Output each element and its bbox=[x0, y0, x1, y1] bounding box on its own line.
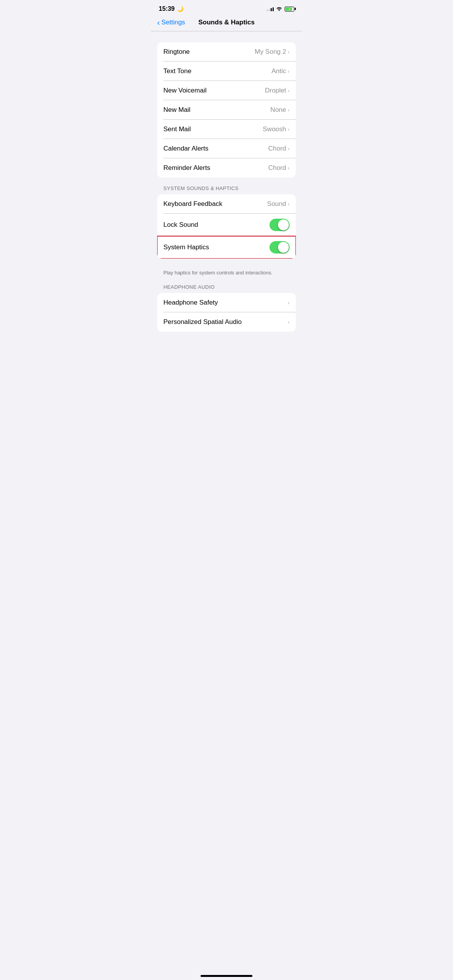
headphone-safety-row[interactable]: Headphone Safety › bbox=[157, 293, 296, 312]
system-haptics-footer: Play haptics for system controls and int… bbox=[157, 266, 296, 283]
status-bar: 15:39 🌙 ⚡ bbox=[151, 0, 302, 15]
headphone-safety-chevron: › bbox=[288, 299, 290, 306]
page-title: Sounds & Haptics bbox=[157, 19, 296, 26]
wifi-icon bbox=[276, 6, 282, 12]
new-voicemail-row[interactable]: New Voicemail Droplet › bbox=[157, 81, 296, 100]
status-right: ⚡ bbox=[267, 6, 294, 12]
sent-mail-value: Swoosh bbox=[263, 125, 286, 133]
lock-sound-label: Lock Sound bbox=[163, 221, 198, 229]
new-voicemail-right: Droplet › bbox=[265, 87, 290, 94]
calendar-alerts-label: Calendar Alerts bbox=[163, 145, 208, 152]
reminder-alerts-chevron: › bbox=[288, 164, 290, 171]
headphone-audio-header: HEADPHONE AUDIO bbox=[157, 284, 296, 293]
ringtone-label: Ringtone bbox=[163, 48, 190, 56]
ringtone-row[interactable]: Ringtone My Song 2 › bbox=[157, 42, 296, 62]
new-mail-row[interactable]: New Mail None › bbox=[157, 100, 296, 120]
battery-fill: ⚡ bbox=[285, 7, 292, 11]
sent-mail-row[interactable]: Sent Mail Swoosh › bbox=[157, 120, 296, 139]
new-mail-label: New Mail bbox=[163, 106, 190, 114]
lock-sound-toggle-knob bbox=[278, 219, 289, 230]
battery-container: ⚡ bbox=[285, 7, 294, 12]
battery: ⚡ bbox=[285, 7, 294, 12]
moon-icon: 🌙 bbox=[177, 6, 184, 12]
system-haptics-label: System Haptics bbox=[163, 243, 209, 251]
calendar-alerts-chevron: › bbox=[288, 145, 290, 152]
content: Ringtone My Song 2 › Text Tone Antic › N… bbox=[151, 39, 302, 343]
system-haptics-toggle-knob bbox=[278, 242, 289, 253]
signal-bars bbox=[267, 7, 274, 11]
lock-sound-toggle[interactable] bbox=[269, 219, 290, 231]
text-tone-label: Text Tone bbox=[163, 67, 191, 75]
keyboard-feedback-chevron: › bbox=[288, 200, 290, 207]
ringtone-value: My Song 2 bbox=[255, 48, 286, 56]
keyboard-feedback-label: Keyboard Feedback bbox=[163, 200, 222, 208]
new-mail-right: None › bbox=[270, 106, 290, 114]
signal-bar-3 bbox=[271, 8, 272, 11]
calendar-alerts-value: Chord bbox=[268, 145, 286, 152]
sent-mail-chevron: › bbox=[288, 126, 290, 132]
spatial-audio-right: › bbox=[288, 319, 290, 325]
signal-bar-1 bbox=[267, 10, 268, 11]
battery-bolt: ⚡ bbox=[288, 7, 292, 11]
text-tone-row[interactable]: Text Tone Antic › bbox=[157, 62, 296, 81]
lock-sound-row[interactable]: Lock Sound bbox=[157, 214, 296, 236]
text-tone-value: Antic bbox=[271, 67, 286, 75]
system-sounds-header: SYSTEM SOUNDS & HAPTICS bbox=[157, 185, 296, 194]
status-time: 15:39 bbox=[159, 5, 175, 12]
headphone-safety-label: Headphone Safety bbox=[163, 299, 218, 307]
reminder-alerts-row[interactable]: Reminder Alerts Chord › bbox=[157, 158, 296, 178]
calendar-alerts-row[interactable]: Calendar Alerts Chord › bbox=[157, 139, 296, 158]
alert-tones-group: Ringtone My Song 2 › Text Tone Antic › N… bbox=[157, 42, 296, 178]
new-mail-chevron: › bbox=[288, 106, 290, 113]
system-haptics-row[interactable]: System Haptics bbox=[157, 236, 296, 259]
new-voicemail-value: Droplet bbox=[265, 87, 286, 94]
new-voicemail-label: New Voicemail bbox=[163, 87, 207, 94]
headphone-safety-right: › bbox=[288, 299, 290, 306]
keyboard-feedback-right: Sound › bbox=[267, 200, 290, 208]
reminder-alerts-label: Reminder Alerts bbox=[163, 164, 210, 172]
text-tone-right: Antic › bbox=[271, 67, 290, 75]
reminder-alerts-value: Chord bbox=[268, 164, 286, 172]
reminder-alerts-right: Chord › bbox=[268, 164, 290, 172]
text-tone-chevron: › bbox=[288, 68, 290, 74]
keyboard-feedback-value: Sound bbox=[267, 200, 286, 208]
system-sounds-group: Keyboard Feedback Sound › Lock Sound Sys… bbox=[157, 194, 296, 259]
calendar-alerts-right: Chord › bbox=[268, 145, 290, 152]
system-haptics-toggle[interactable] bbox=[269, 241, 290, 254]
nav-bar: ‹ Settings Sounds & Haptics bbox=[151, 15, 302, 31]
spatial-audio-label: Personalized Spatial Audio bbox=[163, 318, 242, 326]
nav-separator bbox=[151, 31, 302, 31]
sent-mail-label: Sent Mail bbox=[163, 125, 191, 133]
signal-bar-2 bbox=[269, 9, 270, 11]
sent-mail-right: Swoosh › bbox=[263, 125, 290, 133]
keyboard-feedback-row[interactable]: Keyboard Feedback Sound › bbox=[157, 194, 296, 214]
spatial-audio-row[interactable]: Personalized Spatial Audio › bbox=[157, 312, 296, 332]
status-left: 15:39 🌙 bbox=[159, 5, 184, 12]
new-mail-value: None bbox=[270, 106, 286, 114]
new-voicemail-chevron: › bbox=[288, 87, 290, 94]
spatial-audio-chevron: › bbox=[288, 319, 290, 325]
ringtone-right: My Song 2 › bbox=[255, 48, 290, 56]
headphone-audio-group: Headphone Safety › Personalized Spatial … bbox=[157, 293, 296, 332]
lock-sound-right bbox=[269, 219, 290, 231]
signal-bar-4 bbox=[273, 7, 274, 11]
system-haptics-right bbox=[269, 241, 290, 254]
ringtone-chevron: › bbox=[288, 48, 290, 55]
